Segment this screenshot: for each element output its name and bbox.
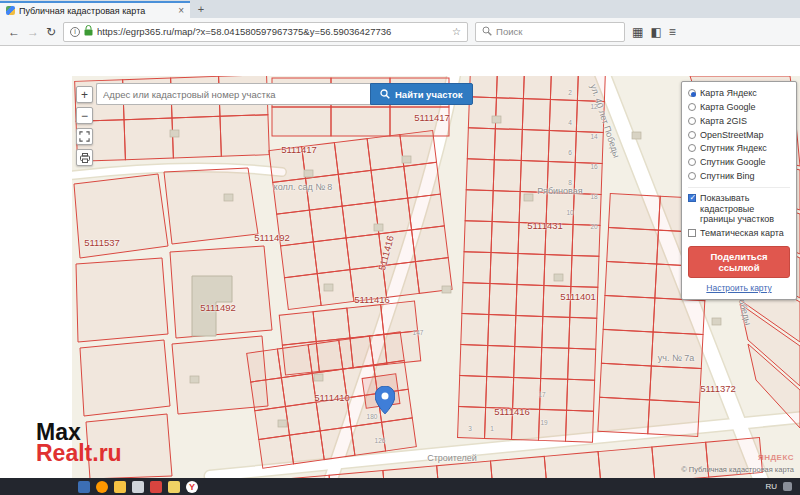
overlay-option[interactable]: Тематическая карта: [688, 228, 790, 238]
taskbar-app-icon[interactable]: [132, 481, 144, 493]
fullscreen-button[interactable]: [76, 128, 93, 145]
overlay-label: Тематическая карта: [700, 228, 784, 238]
taskbar: Y RU: [0, 478, 800, 495]
bookmark-star-icon[interactable]: ☆: [452, 26, 461, 37]
browser-tab-bar: Публичная кадастровая карта × +: [0, 0, 800, 18]
radio-icon[interactable]: [688, 172, 696, 180]
taskbar-app-icons: Y: [78, 481, 198, 493]
search-icon: [482, 26, 492, 38]
radio-icon[interactable]: [688, 131, 696, 139]
layer-label: OpenStreetMap: [700, 130, 764, 140]
lock-icon: [84, 25, 93, 38]
screen: Публичная кадастровая карта × + ← → ↻ i …: [0, 0, 800, 495]
radio-icon[interactable]: [688, 158, 696, 166]
tray-icon[interactable]: [783, 482, 792, 491]
tab-close-icon[interactable]: ×: [178, 5, 184, 16]
checkbox-icon[interactable]: [688, 194, 696, 202]
sidebar-icon[interactable]: ◧: [650, 26, 661, 38]
browser-nav-bar: ← → ↻ i https://egrp365.ru/map/?x=58.041…: [0, 18, 800, 46]
url-bar[interactable]: i https://egrp365.ru/map/?x=58.041580597…: [63, 22, 468, 42]
map-search-bar: Найти участок: [96, 83, 473, 105]
print-icon: [79, 152, 91, 164]
layer-option[interactable]: Спутник Яндекс: [688, 143, 790, 153]
browser-tab[interactable]: Публичная кадастровая карта ×: [0, 1, 190, 18]
language-indicator[interactable]: RU: [765, 482, 777, 491]
new-tab-button[interactable]: +: [190, 1, 212, 18]
taskbar-files-icon[interactable]: [78, 481, 90, 493]
layer-option[interactable]: Карта 2GIS: [688, 116, 790, 126]
copyright-text: © Публичная кадастровая карта: [681, 465, 794, 474]
taskbar-docs-icon[interactable]: [168, 481, 180, 493]
reload-button[interactable]: ↻: [46, 26, 56, 38]
overlay-option[interactable]: Показывать кадастровые границы участков: [688, 193, 790, 224]
layer-label: Спутник Яндекс: [700, 143, 767, 153]
zoom-out-button[interactable]: −: [76, 107, 93, 124]
layer-panel: Карта ЯндексКарта GoogleКарта 2GISOpenSt…: [681, 81, 797, 300]
taskbar-app-red-icon[interactable]: [150, 481, 162, 493]
tab-title: Публичная кадастровая карта: [19, 6, 174, 16]
layer-label: Карта Google: [700, 102, 756, 112]
layer-label: Спутник Google: [700, 157, 765, 167]
share-link-button[interactable]: Поделиться ссылкой: [688, 246, 790, 278]
yandex-logo: ЯНДЕКС: [758, 453, 794, 462]
layer-label: Карта Яндекс: [700, 88, 757, 98]
taskbar-yandex-icon[interactable]: Y: [186, 481, 198, 493]
layer-label: Спутник Bing: [700, 171, 754, 181]
layer-option[interactable]: Спутник Bing: [688, 171, 790, 181]
find-parcel-label: Найти участок: [395, 89, 463, 100]
map-search-input[interactable]: [96, 83, 370, 105]
site-watermark: Max Realt.ru: [36, 422, 122, 464]
overlay-options: Показывать кадастровые границы участковТ…: [688, 187, 790, 238]
checkbox-icon[interactable]: [688, 229, 696, 237]
watermark-line2: Realt.ru: [36, 443, 122, 464]
layer-option[interactable]: Карта Google: [688, 102, 790, 112]
radio-icon[interactable]: [688, 103, 696, 111]
layer-option[interactable]: Карта Яндекс: [688, 88, 790, 98]
map-canvas[interactable]: 5111417511141751114925111492511153751114…: [72, 76, 800, 478]
zoom-in-button[interactable]: +: [76, 86, 93, 103]
browser-search-field[interactable]: Поиск: [475, 22, 625, 42]
layer-option[interactable]: Спутник Google: [688, 157, 790, 167]
location-pin-icon: [375, 386, 395, 414]
menu-icon[interactable]: ≡: [669, 26, 676, 38]
taskbar-firefox-icon[interactable]: [96, 481, 108, 493]
browser-search-placeholder: Поиск: [496, 26, 522, 37]
radio-icon[interactable]: [688, 144, 696, 152]
configure-map-link[interactable]: Настроить карту: [688, 283, 790, 293]
map-tools: + −: [76, 86, 93, 166]
site-favicon-icon: [6, 6, 15, 15]
layer-label: Карта 2GIS: [700, 116, 747, 126]
forward-button[interactable]: →: [27, 26, 39, 38]
radio-icon[interactable]: [688, 89, 696, 97]
print-button[interactable]: [76, 149, 93, 166]
overlay-label: Показывать кадастровые границы участков: [700, 193, 790, 224]
search-icon: [380, 89, 390, 99]
info-icon[interactable]: i: [70, 27, 80, 37]
library-icon[interactable]: ▦: [632, 26, 643, 38]
taskbar-folder-icon[interactable]: [114, 481, 126, 493]
radio-icon[interactable]: [688, 117, 696, 125]
layer-option[interactable]: OpenStreetMap: [688, 130, 790, 140]
map-attribution: ЯНДЕКС © Публичная кадастровая карта: [681, 445, 794, 474]
fullscreen-icon: [79, 131, 90, 142]
layer-options: Карта ЯндексКарта GoogleКарта 2GISOpenSt…: [688, 88, 790, 181]
taskbar-tray: RU: [765, 482, 792, 491]
url-text: https://egrp365.ru/map/?x=58.04158059796…: [97, 26, 448, 37]
back-button[interactable]: ←: [8, 26, 20, 38]
find-parcel-button[interactable]: Найти участок: [370, 83, 473, 105]
page: 5111417511141751114925111492511153751114…: [0, 46, 800, 478]
